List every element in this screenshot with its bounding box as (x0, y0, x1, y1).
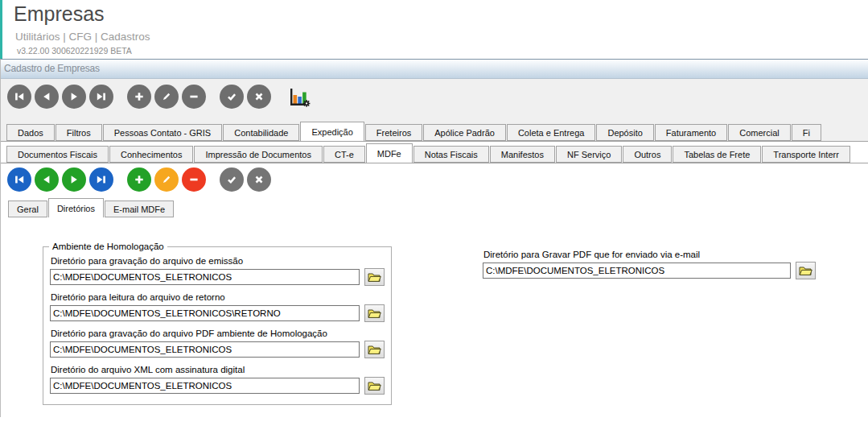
tab-diretorios[interactable]: Diretórios (48, 198, 104, 217)
tab-transporte-interr[interactable]: Transporte Interr (762, 146, 850, 163)
tab-manifestos[interactable]: Manifestos (490, 146, 555, 163)
retorno-field: Diretório para leitura do arquivo de ret… (50, 292, 385, 322)
tab-mdfe[interactable]: MDFe (366, 143, 413, 163)
tab-label: Notas Fiscais (425, 150, 478, 159)
tabstrip-level1: DadosFiltrosPessoas Contato - GRISContab… (1, 122, 868, 141)
confirm-record-button[interactable] (220, 85, 244, 109)
directory-fields: Diretório para gravação do arquivo de em… (50, 256, 385, 395)
tab-e-mail-mdfe[interactable]: E-mail MDFe (105, 201, 174, 217)
tab-nf-servico[interactable]: NF Serviço (556, 146, 622, 163)
app-title: Empresas (14, 2, 105, 26)
pdf-homologacao-browse-button[interactable] (364, 341, 385, 358)
tab-pessoas-contato-gris[interactable]: Pessoas Contato - GRIS (103, 124, 222, 141)
tab-label: Transporte Interr (773, 150, 839, 159)
diretorios-page: Ambiente de Homologação Diretório para g… (1, 217, 868, 428)
last-record-button[interactable] (89, 167, 113, 192)
prev-icon (40, 90, 53, 103)
tab-expedicao[interactable]: Expedição (300, 122, 364, 141)
cancel-record-button[interactable] (247, 167, 271, 192)
tab-label: Geral (17, 205, 39, 214)
xml-assinatura-directory-input[interactable] (50, 378, 360, 394)
pdf-homologacao-directory-input[interactable] (50, 341, 360, 358)
delete-record-button[interactable] (182, 167, 206, 192)
window-title: Cadastro de Empresas (4, 63, 100, 74)
tab-label: E-mail MDFe (113, 205, 165, 214)
tab-faturamento[interactable]: Faturamento (655, 124, 727, 141)
tab-deposito[interactable]: Depósito (596, 124, 653, 141)
next-record-button[interactable] (62, 167, 86, 192)
tab-outros[interactable]: Outros (623, 146, 672, 163)
delete-record-button[interactable] (182, 85, 206, 109)
previous-record-button[interactable] (35, 167, 59, 192)
tab-filtros[interactable]: Filtros (56, 124, 102, 141)
tab-fi[interactable]: Fi (792, 124, 821, 141)
menu-trail: Utilitários | CFG | Cadastros (15, 31, 150, 43)
check-icon (225, 90, 238, 103)
groupbox-title: Ambiente de Homologação (49, 242, 167, 251)
previous-record-button[interactable] (35, 85, 59, 109)
cross-icon (253, 173, 265, 186)
first-icon (13, 173, 26, 186)
pdf-email-field: Diretório para Gravar PDF que for enviad… (483, 250, 829, 279)
tab-impressao-de-documentos[interactable]: Impressão de Documentos (194, 146, 322, 163)
pdf-email-label: Diretório para Gravar PDF que for enviad… (483, 250, 829, 259)
last-icon (95, 90, 108, 103)
pdf-homologacao-label: Diretório para gravação do arquivo PDF a… (51, 329, 385, 338)
app-version: v3.22.00 300620221929 BETA (17, 46, 132, 56)
tab-label: Depósito (607, 128, 642, 138)
tab-apolice-padrao[interactable]: Apólice Padrão (423, 124, 506, 141)
tab-label: Manifestos (501, 150, 544, 159)
edit-record-button[interactable] (154, 85, 179, 109)
edit-record-button[interactable] (154, 167, 179, 192)
next-record-button[interactable] (62, 85, 86, 109)
open-folder-icon (368, 345, 381, 355)
tab-label: Documentos Fiscais (18, 150, 97, 159)
cancel-record-button[interactable] (247, 85, 271, 109)
tab-notas-fiscais[interactable]: Notas Fiscais (413, 146, 489, 163)
mdfe-page: GeralDiretóriosE-mail MDFe Ambiente de H… (1, 163, 868, 405)
tab-conhecimentos[interactable]: Conhecimentos (109, 146, 193, 163)
open-folder-icon (368, 381, 381, 391)
open-folder-icon (368, 308, 381, 319)
homologacao-groupbox: Ambiente de Homologação Diretório para g… (43, 246, 392, 405)
pdf-email-browse-button[interactable] (796, 262, 816, 279)
tab-geral[interactable]: Geral (8, 201, 47, 217)
first-icon (13, 90, 26, 103)
tab-coleta-e-entrega[interactable]: Coleta e Entrega (507, 124, 596, 141)
next-icon (68, 173, 80, 186)
add-record-button[interactable] (127, 85, 151, 109)
confirm-record-button[interactable] (220, 167, 244, 192)
tab-dados[interactable]: Dados (6, 124, 55, 141)
mdfe-toolbar (1, 163, 868, 196)
window-titlebar[interactable]: Cadastro de Empresas (1, 60, 868, 79)
tab-label: Faturamento (666, 128, 716, 138)
tab-label: Dados (18, 128, 43, 138)
tab-contabilidade[interactable]: Contabilidade (223, 124, 299, 141)
cross-icon (253, 90, 265, 103)
retorno-browse-button[interactable] (364, 304, 385, 322)
add-icon (133, 90, 146, 103)
tab-documentos-fiscais[interactable]: Documentos Fiscais (6, 146, 109, 163)
expedicao-page: Documentos FiscaisConhecimentosImpressão… (1, 141, 868, 404)
add-record-button[interactable] (127, 167, 151, 192)
tab-freteiros[interactable]: Freteiros (365, 124, 422, 141)
xml-assinatura-browse-button[interactable] (364, 377, 385, 395)
remove-icon (187, 173, 200, 186)
first-record-button[interactable] (7, 85, 31, 109)
retorno-directory-input[interactable] (50, 305, 360, 321)
emissao-browse-button[interactable] (364, 268, 385, 286)
pdf-email-directory-input[interactable] (483, 263, 791, 279)
first-record-button[interactable] (7, 167, 31, 192)
tab-ct-e[interactable]: CT-e (323, 146, 365, 163)
prev-icon (40, 173, 53, 186)
tab-label: Expedição (311, 127, 352, 137)
tabstrip-level3: GeralDiretóriosE-mail MDFe (1, 196, 868, 217)
tab-label: Outros (634, 150, 660, 159)
open-folder-icon (799, 266, 812, 276)
last-record-button[interactable] (89, 85, 113, 109)
tab-comercial[interactable]: Comercial (728, 124, 791, 141)
tab-tabelas-de-frete[interactable]: Tabelas de Frete (673, 146, 761, 163)
emissao-directory-input[interactable] (50, 269, 360, 285)
tab-label: Conhecimentos (121, 150, 182, 159)
report-chart-button[interactable] (286, 85, 311, 110)
